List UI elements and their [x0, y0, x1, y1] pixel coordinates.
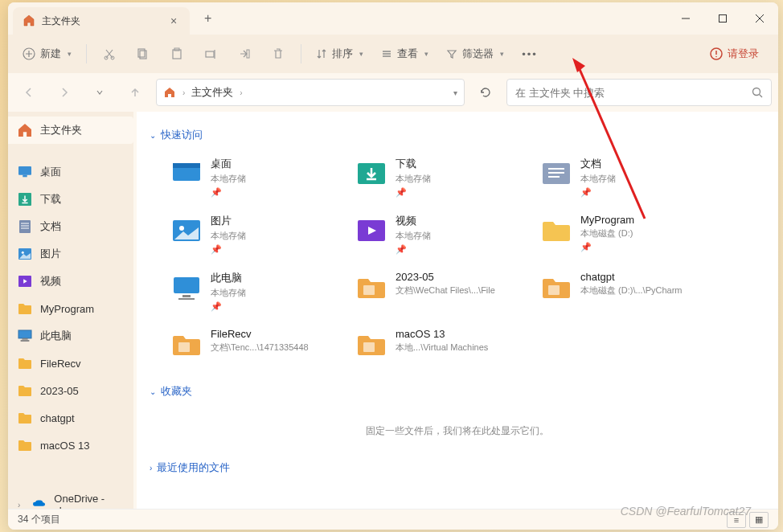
- item-location: 本地存储: [211, 173, 346, 185]
- sidebar-item-8[interactable]: FileRecv: [8, 350, 133, 377]
- svg-point-47: [179, 226, 184, 231]
- sort-icon: [316, 48, 327, 59]
- up-button[interactable]: [121, 78, 150, 107]
- refresh-button[interactable]: [471, 79, 500, 106]
- item-location: 文档\Tenc...\1471335448: [211, 342, 346, 354]
- new-button[interactable]: 新建 ▾: [14, 39, 80, 68]
- sidebar-item-4[interactable]: 图片: [8, 240, 133, 268]
- maximize-button[interactable]: [704, 2, 741, 35]
- login-button[interactable]: 请登录: [697, 47, 772, 61]
- filter-label: 筛选器: [462, 47, 494, 61]
- address-bar[interactable]: › 主文件夹 › ▾: [156, 79, 465, 106]
- chevron-down-icon: ⌄: [150, 131, 156, 140]
- sidebar-item-0[interactable]: 主文件夹: [8, 117, 133, 144]
- quick-item-4[interactable]: 视频 本地存储 📌: [351, 209, 535, 260]
- sort-label: 排序: [332, 47, 353, 61]
- back-button[interactable]: [14, 78, 43, 107]
- item-name: 桌面: [211, 157, 346, 171]
- sidebar-item-2[interactable]: 下载: [8, 186, 133, 213]
- share-icon: [238, 47, 251, 60]
- details-view-button[interactable]: ≡: [727, 512, 746, 528]
- item-name: 视频: [396, 214, 531, 228]
- close-button[interactable]: [741, 2, 778, 35]
- quick-item-6[interactable]: 此电脑 本地存储 📌: [166, 266, 351, 317]
- quick-item-3[interactable]: 图片 本地存储 📌: [166, 209, 351, 260]
- filter-button[interactable]: 筛选器 ▾: [438, 39, 512, 68]
- cut-button[interactable]: [93, 39, 125, 68]
- quick-item-7[interactable]: 2023-05 文档\WeChat Files\...\File: [351, 266, 535, 317]
- more-button[interactable]: •••: [514, 39, 546, 68]
- quick-item-9[interactable]: FileRecv 文档\Tenc...\1471335448: [166, 323, 351, 365]
- item-name: 下载: [396, 157, 531, 171]
- item-name: chatgpt: [580, 271, 715, 283]
- rename-button[interactable]: [195, 39, 227, 68]
- sidebar-item-7[interactable]: 此电脑: [8, 322, 133, 350]
- history-dropdown[interactable]: [85, 78, 114, 107]
- svg-rect-13: [206, 51, 214, 57]
- quick-access-grid: 桌面 本地存储 📌 下载 本地存储 📌 文档 本地存储 📌 图片 本地存储 📌 …: [166, 152, 765, 365]
- quick-item-5[interactable]: MyProgram 本地磁盘 (D:) 📌: [535, 209, 720, 260]
- folder-icon: [18, 301, 32, 316]
- thumbnails-view-button[interactable]: ▦: [749, 512, 769, 528]
- sidebar-item-10[interactable]: chatgpt: [8, 404, 133, 432]
- sidebar-onedrive[interactable]: ›OneDrive - yhu: [8, 491, 133, 509]
- svg-rect-28: [19, 220, 31, 233]
- tab-main[interactable]: 主文件夹 ×: [13, 7, 190, 35]
- folder-orange-icon: [170, 328, 203, 360]
- statusbar: 34 个项目 ≡ ▦: [8, 509, 778, 530]
- sort-button[interactable]: 排序 ▾: [308, 39, 371, 68]
- chevron-right-icon: ›: [182, 88, 185, 97]
- sidebar-item-1[interactable]: 桌面: [8, 158, 133, 186]
- desktop-icon: [18, 165, 32, 179]
- quick-item-8[interactable]: chatgpt 本地磁盘 (D:)\...\PyCharm: [535, 266, 720, 317]
- folder-icon: [18, 383, 32, 398]
- pin-icon: 📌: [211, 301, 346, 312]
- sidebar-item-5[interactable]: 视频: [8, 268, 133, 295]
- delete-button[interactable]: [262, 39, 294, 68]
- pin-icon: 📌: [580, 187, 715, 198]
- quick-item-2[interactable]: 文档 本地存储 📌: [535, 152, 720, 203]
- section-quick-access[interactable]: ⌄ 快速访问: [150, 128, 765, 142]
- new-label: 新建: [40, 47, 61, 61]
- section-favorites[interactable]: ⌄ 收藏夹: [150, 384, 765, 399]
- paste-button[interactable]: [161, 39, 193, 68]
- sidebar-item-11[interactable]: macOS 13: [8, 432, 133, 459]
- search-input[interactable]: [515, 87, 752, 99]
- svg-rect-50: [182, 295, 191, 297]
- address-dropdown[interactable]: ▾: [453, 88, 457, 97]
- item-name: 此电脑: [211, 271, 346, 285]
- pc-icon: [18, 329, 32, 343]
- folder-orange-icon: [355, 271, 387, 303]
- minimize-button[interactable]: [667, 2, 704, 35]
- videos-purple-icon: [355, 214, 387, 246]
- svg-rect-25: [23, 175, 27, 178]
- item-location: 本地磁盘 (D:): [580, 227, 715, 239]
- section-recent[interactable]: › 最近使用的文件: [150, 460, 765, 475]
- item-name: FileRecv: [211, 328, 346, 340]
- login-label: 请登录: [728, 47, 759, 61]
- copy-button[interactable]: [127, 39, 159, 68]
- sidebar-item-9[interactable]: 2023-05: [8, 377, 133, 404]
- search-box[interactable]: [506, 79, 772, 106]
- sidebar-item-label: 下载: [40, 192, 61, 207]
- share-button[interactable]: [228, 39, 260, 68]
- close-tab-icon[interactable]: ×: [167, 14, 180, 27]
- svg-rect-51: [178, 298, 195, 300]
- sidebar-item-3[interactable]: 文档: [8, 213, 133, 240]
- new-tab-button[interactable]: +: [198, 8, 218, 29]
- breadcrumb-root[interactable]: 主文件夹: [191, 85, 233, 100]
- forward-button[interactable]: [50, 78, 79, 107]
- sidebar-item-6[interactable]: MyProgram: [8, 295, 133, 322]
- titlebar: 主文件夹 × +: [8, 2, 778, 35]
- sidebar-item-label: chatgpt: [40, 412, 75, 424]
- desktop-blue-icon: [170, 157, 203, 189]
- favorites-empty-message: 固定一些文件后，我们将在此处显示它们。: [150, 408, 765, 454]
- sidebar-item-label: 2023-05: [40, 385, 79, 397]
- view-button[interactable]: 查看 ▾: [373, 39, 437, 68]
- svg-point-33: [22, 252, 24, 254]
- quick-item-10[interactable]: macOS 13 本地...\Virtual Machines: [351, 323, 535, 365]
- quick-item-1[interactable]: 下载 本地存储 📌: [351, 152, 535, 203]
- sidebar-item-label: macOS 13: [40, 440, 89, 452]
- quick-item-0[interactable]: 桌面 本地存储 📌: [166, 152, 351, 203]
- sidebar-item-label: 图片: [40, 247, 61, 261]
